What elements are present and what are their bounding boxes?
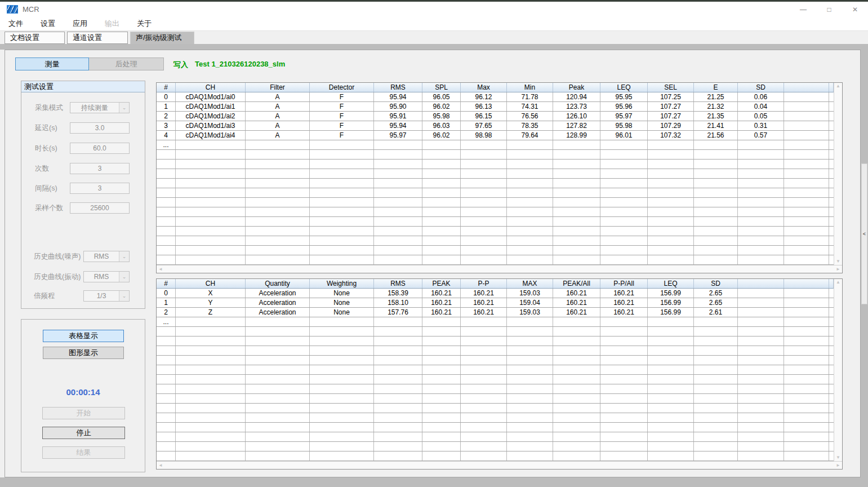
duration-input[interactable]: 60.0: [70, 143, 130, 154]
app-logo-icon: [7, 5, 18, 14]
table-cell: [600, 432, 648, 441]
horizontal-scrollbar[interactable]: ◄ ►: [157, 265, 842, 273]
scroll-up-icon[interactable]: ▲: [836, 84, 840, 88]
tab-document-settings[interactable]: 文档设置: [5, 32, 65, 44]
table-cell: [553, 217, 600, 226]
sample-count-input[interactable]: 25600: [70, 202, 130, 214]
column-header[interactable]: SD: [694, 279, 738, 288]
table-cell: [422, 207, 461, 216]
table-row: 1cDAQ1Mod1/ai1AF95.9096.0296.1374.31123.…: [157, 102, 834, 112]
graph-display-button[interactable]: 图形显示: [43, 347, 124, 359]
column-header[interactable]: CH: [176, 83, 246, 92]
column-header[interactable]: CH: [176, 279, 246, 288]
column-header[interactable]: Min: [507, 83, 553, 92]
column-header[interactable]: #: [157, 279, 176, 288]
column-header[interactable]: [738, 279, 784, 288]
column-header[interactable]: #: [157, 83, 176, 92]
column-header[interactable]: Weighting: [310, 279, 374, 288]
table-cell: [784, 423, 829, 432]
scroll-right-icon[interactable]: ►: [836, 267, 840, 272]
column-header[interactable]: RMS: [374, 83, 422, 92]
table-row: [157, 394, 834, 404]
column-header[interactable]: Detector: [310, 83, 374, 92]
scroll-up-icon[interactable]: ▲: [836, 280, 840, 285]
octave-select[interactable]: 1/3 ⌄: [83, 290, 130, 302]
column-header[interactable]: PEAK/All: [553, 279, 600, 288]
column-header[interactable]: LEQ: [648, 279, 694, 288]
table-cell: [246, 207, 310, 216]
table-cell: [176, 346, 246, 355]
column-header[interactable]: E: [694, 83, 738, 92]
close-button[interactable]: ✕: [842, 2, 868, 17]
table-cell: [422, 442, 461, 451]
horizontal-scrollbar[interactable]: ◄ ►: [157, 461, 842, 469]
scroll-left-icon[interactable]: ◄: [158, 267, 163, 272]
table-cell: [422, 198, 461, 207]
table-cell: 1: [157, 298, 176, 307]
column-header[interactable]: [784, 279, 829, 288]
table-row: [157, 451, 834, 461]
menu-application[interactable]: 应用: [66, 17, 94, 30]
table-cell: [829, 384, 834, 393]
table-cell: [553, 179, 600, 188]
measure-button[interactable]: 测量: [15, 57, 89, 70]
table-cell: [829, 198, 834, 207]
table-cell: Z: [176, 308, 246, 317]
table-cell: [829, 423, 834, 432]
scroll-left-icon[interactable]: ◄: [158, 463, 163, 468]
scroll-down-icon[interactable]: ▼: [836, 259, 840, 264]
column-header[interactable]: P-P/All: [600, 279, 648, 288]
table-cell: 157.76: [374, 308, 422, 317]
table-cell: 2.61: [694, 308, 738, 317]
vertical-scrollbar[interactable]: ▲ ▼: [834, 83, 842, 265]
table-cell: [553, 365, 600, 374]
table-cell: A: [246, 121, 310, 130]
table-cell: [310, 432, 374, 441]
table-cell: 76.56: [507, 112, 553, 121]
stop-button[interactable]: 停止: [42, 427, 125, 439]
column-header[interactable]: [784, 83, 829, 92]
column-header[interactable]: [829, 279, 834, 288]
tab-channel-settings[interactable]: 通道设置: [67, 32, 128, 44]
column-header[interactable]: RMS: [374, 279, 422, 288]
table-cell: [784, 298, 829, 307]
column-header[interactable]: Peak: [553, 83, 600, 92]
column-header[interactable]: MAX: [507, 279, 553, 288]
column-header[interactable]: PEAK: [422, 279, 461, 288]
column-header[interactable]: Quantity: [246, 279, 310, 288]
column-header[interactable]: LEQ: [600, 83, 648, 92]
table-row: [157, 356, 834, 365]
interval-input[interactable]: 3: [70, 183, 130, 194]
table-display-button[interactable]: 表格显示: [43, 330, 124, 342]
column-header[interactable]: P-P: [461, 279, 507, 288]
table-cell: [648, 227, 694, 236]
table-cell: [600, 150, 648, 159]
tab-sound-vibration-test[interactable]: 声/振动级测试: [130, 32, 194, 45]
maximize-button[interactable]: □: [816, 2, 842, 17]
column-header[interactable]: SD: [738, 83, 784, 92]
minimize-button[interactable]: —: [790, 2, 816, 17]
table-cell: [829, 308, 834, 317]
menu-file[interactable]: 文件: [2, 17, 29, 30]
history-vibration-select[interactable]: RMS ⌄: [83, 271, 130, 282]
column-header[interactable]: Max: [461, 83, 507, 92]
column-header[interactable]: Filter: [246, 83, 310, 92]
count-input[interactable]: 3: [70, 163, 130, 174]
column-header[interactable]: [829, 83, 834, 92]
collapse-splitter[interactable]: <: [861, 163, 867, 304]
scroll-down-icon[interactable]: ▼: [836, 455, 840, 460]
vertical-scrollbar[interactable]: ▲ ▼: [834, 279, 842, 461]
scroll-right-icon[interactable]: ►: [836, 463, 840, 468]
field-delay: 延迟(s) 3.0: [21, 122, 145, 134]
menu-about[interactable]: 关于: [131, 17, 158, 30]
column-header[interactable]: SEL: [648, 83, 694, 92]
column-header[interactable]: SPL: [422, 83, 461, 92]
acquisition-mode-select[interactable]: 持续测量 ⌄: [70, 102, 130, 113]
history-noise-select[interactable]: RMS ⌄: [83, 251, 130, 262]
delay-input[interactable]: 3.0: [70, 122, 130, 134]
menu-settings[interactable]: 设置: [34, 17, 61, 30]
table-cell: [648, 236, 694, 245]
table-cell: [422, 179, 461, 188]
table-cell: [507, 217, 553, 226]
table-row: 2cDAQ1Mod1/ai2AF95.9195.9896.1576.56126.…: [157, 112, 834, 121]
